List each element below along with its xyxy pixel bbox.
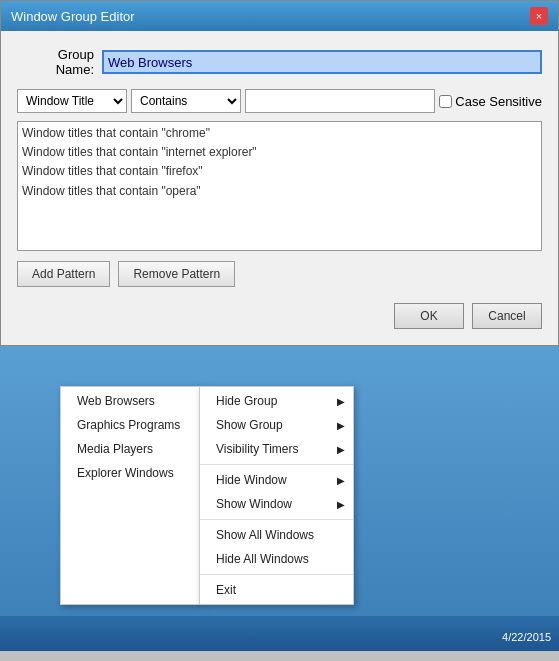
menu-separator [200, 464, 353, 465]
list-item: Window titles that contain "chrome" [22, 124, 537, 143]
cancel-button[interactable]: Cancel [472, 303, 542, 329]
menu-item-web-browsers[interactable]: Web Browsers [61, 389, 199, 413]
list-item: Window titles that contain "opera" [22, 182, 537, 201]
group-name-label: Group Name: [17, 47, 102, 77]
arrow-icon: ▶ [337, 396, 345, 407]
menu-item-hide-window[interactable]: Hide Window ▶ [200, 468, 353, 492]
pattern-buttons: Add Pattern Remove Pattern [17, 261, 542, 287]
arrow-icon: ▶ [337, 444, 345, 455]
ok-button[interactable]: OK [394, 303, 464, 329]
menu-item-show-all-windows[interactable]: Show All Windows [200, 523, 353, 547]
menu-item-graphics-programs[interactable]: Graphics Programs [61, 413, 199, 437]
case-sensitive-label: Case Sensitive [455, 94, 542, 109]
dialog-titlebar: Window Group Editor × [1, 1, 558, 31]
filter-condition-select[interactable]: Contains Equals Starts With Ends With [131, 89, 241, 113]
menu-item-hide-group[interactable]: Hide Group ▶ [200, 389, 353, 413]
screenshot-area: SnapFiles Web Browsers Graphics Programs… [0, 346, 559, 651]
context-menus: Web Browsers Graphics Programs Media Pla… [60, 386, 354, 605]
visibility-timers-label: Visibility Timers [216, 442, 298, 456]
taskbar-clock: 4/22/2015 [502, 631, 551, 643]
taskbar: 4/22/2015 [0, 616, 559, 651]
group-name-input[interactable] [102, 50, 542, 74]
case-sensitive-wrapper: Case Sensitive [439, 94, 542, 109]
close-button[interactable]: × [530, 7, 548, 25]
dialog-title: Window Group Editor [11, 9, 135, 24]
menu-item-visibility-timers[interactable]: Visibility Timers ▶ [200, 437, 353, 461]
filter-type-select[interactable]: Window Title Process Name Class Name [17, 89, 127, 113]
remove-pattern-button[interactable]: Remove Pattern [118, 261, 235, 287]
menu-item-media-players[interactable]: Media Players [61, 437, 199, 461]
patterns-list[interactable]: Window titles that contain "chrome" Wind… [17, 121, 542, 251]
group-name-row: Group Name: [17, 47, 542, 77]
menu-item-explorer-windows[interactable]: Explorer Windows [61, 461, 199, 485]
show-group-label: Show Group [216, 418, 283, 432]
menu-item-hide-all-windows[interactable]: Hide All Windows [200, 547, 353, 571]
menu-item-show-group[interactable]: Show Group ▶ [200, 413, 353, 437]
arrow-icon: ▶ [337, 475, 345, 486]
arrow-icon: ▶ [337, 499, 345, 510]
add-pattern-button[interactable]: Add Pattern [17, 261, 110, 287]
dialog-window: Window Group Editor × Group Name: Window… [0, 0, 559, 346]
list-item: Window titles that contain "firefox" [22, 162, 537, 181]
list-item: Window titles that contain "internet exp… [22, 143, 537, 162]
right-context-menu: Hide Group ▶ Show Group ▶ Visibility Tim… [199, 386, 354, 605]
filter-row: Window Title Process Name Class Name Con… [17, 89, 542, 113]
dialog-body: Group Name: Window Title Process Name Cl… [1, 31, 558, 345]
menu-separator [200, 574, 353, 575]
case-sensitive-checkbox[interactable] [439, 95, 452, 108]
dialog-footer: OK Cancel [17, 299, 542, 329]
menu-item-exit[interactable]: Exit [200, 578, 353, 602]
arrow-icon: ▶ [337, 420, 345, 431]
menu-separator [200, 519, 353, 520]
hide-window-label: Hide Window [216, 473, 287, 487]
show-window-label: Show Window [216, 497, 292, 511]
menu-item-show-window[interactable]: Show Window ▶ [200, 492, 353, 516]
left-context-menu: Web Browsers Graphics Programs Media Pla… [60, 386, 200, 605]
hide-group-label: Hide Group [216, 394, 277, 408]
filter-value-input[interactable] [245, 89, 435, 113]
